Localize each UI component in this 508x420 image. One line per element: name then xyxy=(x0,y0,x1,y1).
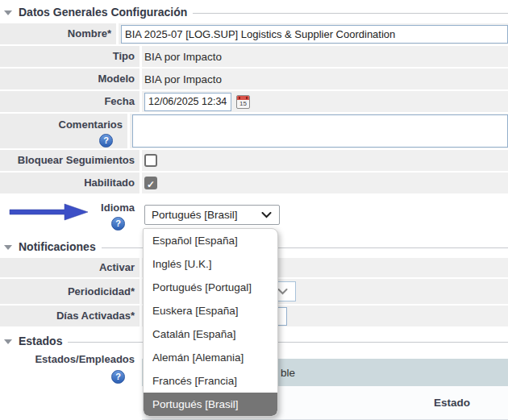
row-habilitado: Habilitado ✓ xyxy=(0,173,508,193)
modelo-value: BIA por Impacto xyxy=(144,73,222,85)
row-comentarios: Comentarios ? xyxy=(0,114,508,148)
help-icon[interactable]: ? xyxy=(111,217,125,231)
dropdown-option-portugues-brasil[interactable]: Portugués [Brasil] xyxy=(144,393,277,416)
collapse-icon[interactable] xyxy=(4,10,12,15)
dias-activadas-label: Días Activadas* xyxy=(0,306,139,326)
dropdown-option-euskera[interactable]: Euskera [España] xyxy=(144,299,277,322)
estados-empleados-label: Estados/Empleados xyxy=(35,353,135,365)
dropdown-option-portugues-portugal[interactable]: Portugués [Portugal] xyxy=(144,276,277,299)
language-dropdown: Español [España] Inglés [U.K.] Portugués… xyxy=(143,228,278,417)
calendar-icon-day: 15 xyxy=(237,100,249,108)
tipo-label: Tipo xyxy=(0,46,139,67)
habilitado-label: Habilitado xyxy=(0,173,139,193)
row-nombre: Nombre* xyxy=(0,23,508,44)
chevron-down-icon xyxy=(261,212,272,218)
form-page: Datos Generales Configuración Nombre* Ti… xyxy=(0,0,508,420)
idioma-label: Idioma xyxy=(101,202,135,214)
row-bloquear-seguimientos: Bloquear Seguimientos xyxy=(0,150,508,171)
estados-bar-text: ble xyxy=(281,367,295,379)
estado-column-header: Estado xyxy=(434,397,470,409)
bloquear-label: Bloquear Seguimientos xyxy=(0,150,139,171)
bloquear-checkbox[interactable] xyxy=(144,154,157,167)
comentarios-label-cell: Comentarios ? xyxy=(0,114,127,148)
section-divider xyxy=(68,342,508,343)
row-tipo: Tipo BIA por Impacto xyxy=(0,46,508,67)
row-modelo: Modelo BIA por Impacto xyxy=(0,69,508,89)
habilitado-checkbox[interactable]: ✓ xyxy=(144,177,157,189)
row-fecha: Fecha 15 xyxy=(0,91,508,112)
section-header-datos-generales[interactable]: Datos Generales Configuración xyxy=(0,0,508,23)
idioma-selected-value: Portugués [Brasil] xyxy=(152,209,238,221)
modelo-label: Modelo xyxy=(0,69,139,89)
comentarios-textarea[interactable] xyxy=(132,114,508,148)
fecha-label: Fecha xyxy=(0,91,139,112)
activar-label: Activar xyxy=(0,258,139,277)
idioma-select[interactable]: Portugués [Brasil] xyxy=(144,205,280,225)
estados-empleados-label-cell: Estados/Empleados ? xyxy=(0,351,139,420)
comentarios-label: Comentarios xyxy=(59,119,123,131)
dropdown-option-ingles[interactable]: Inglés [U.K.] xyxy=(144,252,277,276)
dropdown-option-aleman[interactable]: Alemán [Alemania] xyxy=(144,346,277,369)
section-title: Notificaciones xyxy=(19,240,96,253)
help-icon[interactable]: ? xyxy=(99,134,113,148)
periodicidad-label: Periodicidad* xyxy=(0,279,139,304)
help-icon[interactable]: ? xyxy=(111,370,125,384)
check-icon: ✓ xyxy=(147,179,155,190)
nombre-label: Nombre* xyxy=(0,23,116,44)
calendar-icon[interactable]: 15 xyxy=(236,95,250,109)
tipo-value: BIA por Impacto xyxy=(144,51,222,63)
pointer-arrow-icon xyxy=(8,202,89,222)
fecha-input[interactable] xyxy=(144,93,231,111)
collapse-icon[interactable] xyxy=(4,245,12,250)
section-title: Estados xyxy=(19,335,62,347)
dropdown-option-espanol[interactable]: Español [España] xyxy=(144,229,277,252)
dropdown-option-catalan[interactable]: Catalán [España] xyxy=(144,322,277,346)
nombre-input[interactable] xyxy=(121,25,508,44)
chevron-down-icon xyxy=(277,289,288,295)
dropdown-option-frances[interactable]: Francés [Francia] xyxy=(144,369,277,393)
collapse-icon[interactable] xyxy=(4,339,12,344)
section-divider xyxy=(193,13,508,14)
section-title: Datos Generales Configuración xyxy=(19,6,187,19)
